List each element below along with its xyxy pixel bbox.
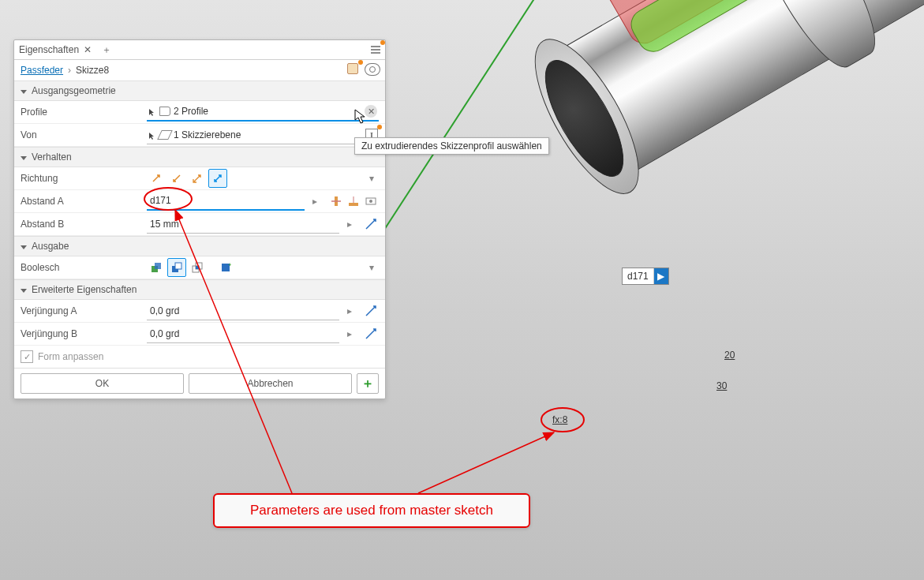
profile-value: 2 Profile [174, 106, 208, 117]
svg-rect-5 [349, 203, 358, 206]
distance-b-dropdown[interactable]: ▸ [342, 215, 357, 233]
distance-a-dropdown[interactable]: ▸ [308, 193, 322, 210]
chevron-down-icon [21, 156, 27, 160]
properties-panel: Eigenschaften ✕ ＋ Passfeder › Skizze8 A [13, 39, 386, 399]
visibility-icon[interactable] [365, 63, 380, 76]
shaft-end-face [515, 24, 659, 208]
boolean-intersect-button[interactable] [188, 258, 207, 277]
ok-button[interactable]: OK [21, 373, 184, 394]
chevron-down-icon [21, 289, 27, 293]
pointer-icon [148, 107, 156, 115]
chevron-right-icon: › [68, 65, 71, 76]
svg-text:+: + [228, 262, 231, 268]
panel-footer: OK Abbrechen ＋ [14, 368, 385, 399]
direction-flipped-button[interactable] [167, 169, 186, 188]
from-value: 1 Skizzierebene [174, 129, 241, 140]
distance-a-extent-icon[interactable] [328, 193, 344, 209]
match-shape-label: Form anpassen [38, 351, 103, 362]
boolean-join-button[interactable] [147, 258, 166, 277]
taper-b-input[interactable] [147, 325, 339, 343]
shaft-step [740, 0, 891, 78]
taper-a-input[interactable] [147, 302, 339, 320]
row-profile: Profile 2 Profile ✕ [14, 101, 385, 124]
taper-b-label: Verjüngung B [21, 328, 147, 339]
panel-menu-icon[interactable] [368, 42, 383, 58]
breadcrumb: Passfeder › Skizze8 [14, 60, 385, 80]
distance-b-measure-icon[interactable] [363, 216, 379, 232]
row-direction: Richtung ▾ [14, 167, 385, 190]
breadcrumb-root[interactable]: Passfeder [21, 65, 63, 76]
row-match-shape: ✓ Form anpassen [14, 346, 385, 368]
direction-asymmetric-button[interactable] [208, 169, 227, 188]
boolean-cut-button[interactable] [167, 258, 186, 277]
taper-b-dropdown[interactable]: ▸ [342, 325, 357, 342]
boolean-new-solid-button[interactable]: + [216, 258, 235, 277]
notification-dot-icon [380, 40, 385, 45]
taper-a-measure-icon[interactable] [363, 303, 379, 319]
add-tab-icon[interactable]: ＋ [101, 44, 112, 55]
shaft-bore [530, 49, 638, 188]
section-title: Erweiterte Eigenschaften [32, 284, 137, 295]
profile-icon [159, 107, 170, 116]
distance-b-input[interactable] [147, 215, 339, 234]
section-title: Ausgabe [32, 241, 69, 252]
row-distance-b: Abstand B ▸ [14, 213, 385, 236]
canvas-distance-dropdown[interactable]: ▶ [654, 268, 668, 284]
dimension-20: 20 [724, 350, 735, 361]
distance-a-to-icon[interactable] [346, 193, 361, 209]
extrude-preview-solid [602, 0, 769, 50]
annotation-callout: Parameters are used from master sketch [213, 493, 530, 528]
section-title: Verhalten [32, 152, 72, 163]
breadcrumb-current: Skizze8 [76, 65, 109, 76]
boolean-label: Boolesch [21, 262, 147, 273]
direction-symmetric-button[interactable] [188, 169, 207, 188]
section-source-geometry[interactable]: Ausgangsgeometrie [14, 80, 385, 101]
row-boolean: Boolesch + [14, 256, 385, 279]
taper-a-label: Verjüngung A [21, 305, 147, 316]
viewport-3d[interactable]: 20 30 fx:8 d171 ▶ Eigenschaften ✕ ＋ Pass… [0, 0, 924, 580]
svg-rect-10 [155, 263, 161, 269]
taper-a-dropdown[interactable]: ▸ [342, 302, 357, 320]
row-taper-b: Verjüngung B ▸ [14, 323, 385, 346]
pointer-icon [148, 131, 156, 139]
dimension-fx8: fx:8 [552, 414, 567, 425]
direction-label: Richtung [21, 173, 147, 184]
chevron-down-icon [21, 245, 27, 249]
sketch-profile-highlight [625, 0, 775, 58]
svg-point-8 [369, 200, 372, 203]
profile-selector[interactable]: 2 Profile ✕ [147, 103, 379, 122]
row-distance-a: Abstand A ▸ [14, 190, 385, 213]
distance-a-label: Abstand A [21, 196, 147, 207]
tooltip: Zu extrudierendes Skizzenprofil auswähle… [354, 137, 549, 155]
direction-menu-icon[interactable]: ▾ [365, 170, 379, 187]
section-output[interactable]: Ausgabe [14, 236, 385, 256]
shaft-cylinder [537, 0, 924, 187]
taper-b-measure-icon[interactable] [363, 326, 379, 342]
canvas-distance-input[interactable]: d171 ▶ [622, 268, 669, 285]
svg-point-19 [541, 408, 584, 432]
dimension-30: 30 [716, 380, 727, 391]
plane-icon [157, 130, 173, 140]
row-taper-a: Verjüngung A ▸ [14, 300, 385, 323]
from-selector[interactable]: 1 Skizzierebene [147, 126, 361, 144]
canvas-distance-value[interactable]: d171 [623, 268, 654, 284]
panel-title: Eigenschaften [19, 44, 79, 55]
boolean-menu-icon[interactable]: ▾ [365, 259, 379, 276]
distance-a-through-icon[interactable] [363, 193, 379, 209]
match-shape-checkbox: ✓ [21, 350, 33, 363]
section-behavior[interactable]: Verhalten [14, 147, 385, 167]
svg-line-21 [418, 432, 554, 493]
close-icon[interactable]: ✕ [82, 44, 93, 55]
direction-default-button[interactable] [147, 169, 166, 188]
svg-rect-15 [196, 266, 199, 269]
feature-icon[interactable] [347, 63, 360, 76]
section-advanced[interactable]: Erweiterte Eigenschaften [14, 279, 385, 300]
distance-a-input[interactable] [147, 192, 305, 211]
distance-b-label: Abstand B [21, 219, 147, 230]
panel-header: Eigenschaften ✕ ＋ [14, 40, 385, 60]
profile-label: Profile [21, 107, 147, 118]
section-title: Ausgangsgeometrie [32, 85, 116, 96]
add-button[interactable]: ＋ [357, 373, 379, 394]
svg-rect-12 [175, 263, 181, 269]
cancel-button[interactable]: Abbrechen [189, 373, 352, 394]
